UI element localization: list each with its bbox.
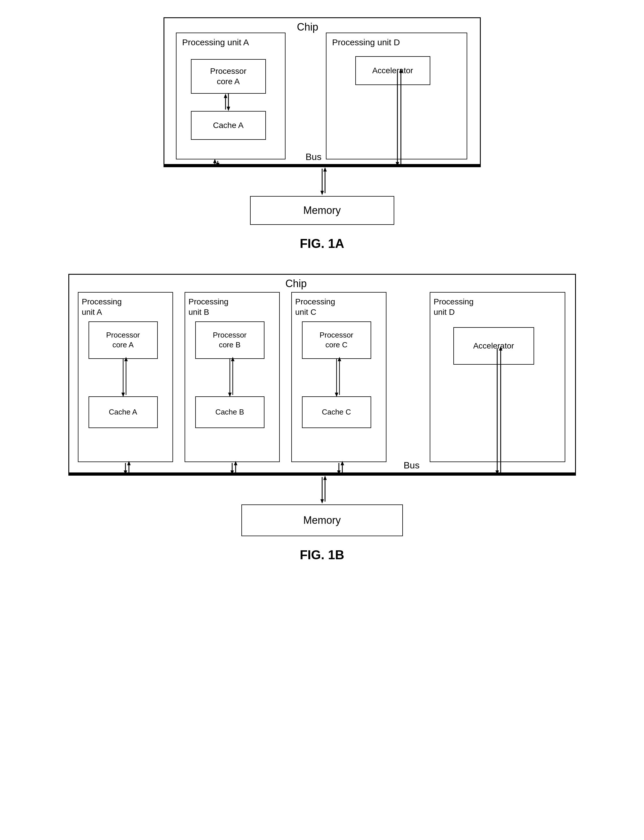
fig1b-proc-c-box: Processorcore C	[302, 321, 371, 359]
fig1b-unit-b-box: Processingunit B Processorcore B Cache B	[185, 292, 280, 462]
fig1b-cache-b-label: Cache B	[215, 407, 244, 417]
fig1b-memory-label: Memory	[303, 514, 341, 526]
fig1a-accelerator-label: Accelerator	[372, 65, 413, 76]
fig1b-cache-a-box: Cache A	[89, 396, 158, 428]
fig1b-cache-c-label: Cache C	[322, 407, 351, 417]
svg-marker-1	[227, 106, 230, 111]
fig1b-unitB-inner-arrows	[185, 293, 279, 462]
fig1b-unit-d-box: Processingunit D Accelerator	[430, 292, 565, 462]
fig1b-unit-a-box: Processingunit A Processorcore A Cache A	[78, 292, 173, 462]
fig1a-caption: FIG. 1A	[300, 236, 344, 251]
fig1b-caption: FIG. 1B	[300, 548, 344, 562]
figure-1a-container: Chip Processing unit A Processorcore A C…	[164, 17, 481, 251]
fig1b-proc-a-box: Processorcore A	[89, 321, 158, 359]
fig1a-unit-a-label: Processing unit A	[182, 37, 249, 48]
fig1a-accelerator-box: Accelerator	[355, 56, 430, 85]
fig1b-unit-d-label: Processingunit D	[434, 296, 474, 318]
fig1a-chip-label: Chip	[297, 21, 319, 33]
svg-marker-47	[323, 476, 327, 480]
fig1b-unit-b-label: Processingunit B	[189, 296, 229, 318]
fig1a-diagram-outer: Chip Processing unit A Processorcore A C…	[164, 17, 481, 225]
fig1b-proc-b-box: Processorcore B	[195, 321, 264, 359]
fig1a-processor-core-a-box: Processorcore A	[191, 59, 266, 94]
fig1a-bus-label: Bus	[306, 152, 322, 162]
fig1b-proc-c-label: Processorcore C	[320, 330, 353, 350]
fig1b-chip-label: Chip	[286, 278, 307, 290]
fig1a-bus-memory-arrow-svg	[308, 167, 337, 196]
svg-marker-3	[224, 94, 227, 98]
fig1b-chip-box: Chip Processingunit A Processorcore A Ca…	[68, 274, 576, 476]
figure-1b-container: Chip Processingunit A Processorcore A Ca…	[68, 274, 576, 562]
fig1b-proc-a-label: Processorcore A	[106, 330, 140, 350]
fig1b-cache-b-box: Cache B	[195, 396, 264, 428]
fig1a-cache-a-label: Cache A	[213, 120, 244, 131]
fig1a-bus-line	[164, 164, 480, 166]
fig1b-unit-a-label: Processingunit A	[82, 296, 122, 318]
fig1a-unit-a-box: Processing unit A Processorcore A Cache …	[176, 33, 286, 159]
fig1b-bus-label: Bus	[404, 460, 420, 471]
fig1a-cache-a-box: Cache A	[191, 111, 266, 140]
fig1b-unitC-inner-arrows	[292, 293, 386, 462]
fig1b-bus-memory-arrow-svg	[308, 476, 337, 504]
fig1b-unit-c-box: Processingunit C Processorcore C Cache C	[291, 292, 386, 462]
fig1a-processor-core-a-label: Processorcore A	[210, 66, 246, 87]
svg-marker-7	[213, 159, 217, 163]
fig1a-memory-box: Memory	[250, 196, 394, 225]
svg-marker-13	[320, 191, 324, 195]
fig1b-diagram-outer: Chip Processingunit A Processorcore A Ca…	[68, 274, 576, 536]
fig1a-proc-cache-arrow	[176, 33, 285, 159]
fig1b-memory-box: Memory	[242, 504, 403, 536]
fig1a-unit-d-label: Processing unit D	[332, 37, 400, 48]
fig1b-unitA-inner-arrows	[79, 293, 172, 462]
fig1b-accel-box: Accelerator	[453, 327, 534, 365]
svg-marker-45	[320, 499, 324, 504]
fig1a-unit-d-box: Processing unit D Accelerator	[326, 33, 467, 159]
fig1b-cache-c-box: Cache C	[302, 396, 371, 428]
fig1a-chip-box: Chip Processing unit A Processorcore A C…	[164, 17, 481, 167]
svg-marker-15	[323, 167, 327, 172]
fig1b-proc-b-label: Processorcore B	[213, 330, 246, 350]
fig1a-memory-label: Memory	[303, 205, 341, 216]
fig1b-unit-c-label: Processingunit C	[295, 296, 335, 318]
fig1b-bus-line	[69, 472, 575, 475]
fig1b-accel-label: Accelerator	[473, 341, 514, 351]
fig1b-cache-a-label: Cache A	[109, 407, 137, 417]
